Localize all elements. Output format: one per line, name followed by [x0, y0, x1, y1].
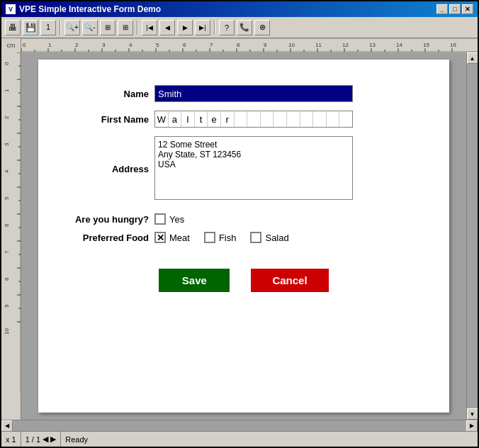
- svg-text:2: 2: [75, 42, 79, 48]
- food-label: Preferred Food: [67, 229, 152, 247]
- zoom-out-button[interactable]: 🔍-: [82, 20, 98, 35]
- address-row: Address 12 Some Street Any State, ST 123…: [67, 132, 421, 206]
- document-area: Name First Name W: [21, 52, 466, 420]
- fish-label: Fish: [219, 233, 237, 243]
- print-button[interactable]: 🖶: [5, 20, 21, 35]
- char-cell-3: l: [181, 111, 195, 127]
- grid2-button[interactable]: ⊞: [118, 20, 133, 35]
- svg-text:9: 9: [264, 42, 267, 48]
- toolbar-separator-1: [60, 21, 61, 35]
- prev-page-button[interactable]: ◀: [159, 20, 175, 35]
- char-cell-1: W: [155, 111, 169, 127]
- zoom-level: x 1: [6, 435, 16, 444]
- char-cell-7: [235, 111, 248, 127]
- close-button[interactable]: ✕: [462, 4, 473, 14]
- app-icon: V: [6, 4, 16, 14]
- scroll-down-button[interactable]: ▼: [467, 408, 478, 420]
- char-cell-11: [287, 111, 300, 127]
- page-nav-prev[interactable]: ◀: [43, 435, 48, 444]
- hungry-yes-label: Yes: [169, 214, 184, 225]
- scroll-left-button[interactable]: ◀: [1, 420, 13, 432]
- svg-text:13: 13: [369, 42, 376, 48]
- page-nav-next[interactable]: ▶: [50, 435, 56, 444]
- svg-text:4: 4: [4, 169, 10, 173]
- scroll-right-button[interactable]: ▶: [466, 420, 478, 432]
- svg-text:10: 10: [288, 42, 295, 48]
- maximize-button[interactable]: □: [449, 4, 461, 14]
- svg-text:1: 1: [48, 42, 52, 48]
- main-area: 0 1 2 3 4 5 6 7 8 9 10: [1, 52, 478, 420]
- char-cell-14: [327, 111, 340, 127]
- zoom-in-button[interactable]: 🔍+: [64, 20, 80, 35]
- address-label: Address: [67, 132, 152, 206]
- svg-text:15: 15: [423, 42, 429, 48]
- cancel-button[interactable]: Cancel: [251, 269, 328, 292]
- page-button[interactable]: 1: [40, 20, 56, 35]
- phone-button[interactable]: 📞: [237, 20, 252, 35]
- char-cell-9: [261, 111, 274, 127]
- toolbar-separator-2: [137, 21, 138, 35]
- salad-checkbox[interactable]: [250, 232, 261, 243]
- ruler-row: cm 0 1 2 3 4 5 6 7 8 9 10: [1, 38, 478, 52]
- char-cell-13: [313, 111, 327, 127]
- scrollbar-bottom: ◀ ▶: [1, 420, 478, 431]
- food-row: Preferred Food Meat Fish: [67, 229, 421, 247]
- char-cell-5: e: [208, 111, 221, 127]
- zoom-section: x 1: [1, 432, 21, 447]
- hungry-checkbox[interactable]: [154, 213, 166, 225]
- svg-text:6: 6: [4, 223, 10, 227]
- buttons-area: Save Cancel: [69, 269, 418, 292]
- svg-text:3: 3: [4, 142, 10, 146]
- window-title: VPE Simple Interactive Form Demo: [19, 4, 161, 14]
- toolbar-separator-3: [214, 21, 215, 35]
- status-section: Ready: [61, 432, 478, 447]
- buttons-row: Save Cancel: [67, 247, 421, 296]
- svg-text:8: 8: [237, 42, 240, 48]
- meat-checkbox[interactable]: [154, 232, 166, 243]
- meat-label: Meat: [169, 233, 190, 243]
- hungry-row: Are you hungry? Yes: [67, 206, 421, 229]
- next-page-button[interactable]: ▶: [177, 20, 193, 35]
- svg-text:4: 4: [129, 42, 133, 48]
- first-page-button[interactable]: |◀: [142, 20, 157, 35]
- svg-text:11: 11: [315, 42, 322, 48]
- char-cell-12: [300, 111, 314, 127]
- svg-text:14: 14: [396, 42, 402, 48]
- help-button[interactable]: ?: [219, 20, 235, 35]
- firstname-label: First Name: [67, 106, 152, 132]
- document-page: Name First Name W: [38, 60, 449, 413]
- page-section: 1 / 1 ◀ ▶: [21, 432, 62, 447]
- name-input[interactable]: [154, 85, 353, 102]
- svg-text:3: 3: [102, 42, 106, 48]
- close-toolbar-button[interactable]: ⊗: [254, 20, 270, 35]
- svg-text:1: 1: [4, 89, 10, 92]
- grid-button[interactable]: ⊞: [100, 20, 115, 35]
- firstname-chars: W a l t e r: [155, 111, 352, 127]
- window: V VPE Simple Interactive Form Demo _ □ ✕…: [0, 0, 479, 448]
- hungry-checkbox-group: Yes: [154, 213, 418, 225]
- svg-text:10: 10: [4, 328, 10, 335]
- status-text: Ready: [65, 435, 88, 444]
- food-options: Meat Fish Salad: [154, 232, 418, 243]
- minimize-button[interactable]: _: [436, 4, 448, 14]
- address-input[interactable]: 12 Some Street Any State, ST 123456 USA: [154, 136, 353, 200]
- status-bar: x 1 1 / 1 ◀ ▶ Ready: [1, 431, 478, 447]
- buttons-cell: Save Cancel: [67, 247, 421, 296]
- svg-text:6: 6: [183, 42, 186, 48]
- scroll-up-button[interactable]: ▲: [467, 52, 478, 64]
- firstname-field-cell: W a l t e r: [152, 106, 421, 132]
- scrollbar-right: ▲ ▼: [466, 52, 478, 420]
- save-button[interactable]: Save: [159, 269, 230, 292]
- svg-text:0: 0: [4, 62, 10, 65]
- ruler-corner: cm: [1, 38, 21, 52]
- save-toolbar-button[interactable]: 💾: [23, 20, 38, 35]
- fish-checkbox[interactable]: [204, 232, 215, 243]
- char-cell-6: r: [221, 111, 235, 127]
- form-table: Name First Name W: [67, 81, 421, 296]
- hungry-label: Are you hungry?: [67, 206, 152, 229]
- scroll-track-right: [467, 64, 478, 408]
- svg-text:0: 0: [23, 42, 26, 48]
- last-page-button[interactable]: ▶|: [195, 20, 210, 35]
- firstname-input[interactable]: W a l t e r: [154, 111, 353, 128]
- svg-text:5: 5: [156, 42, 159, 48]
